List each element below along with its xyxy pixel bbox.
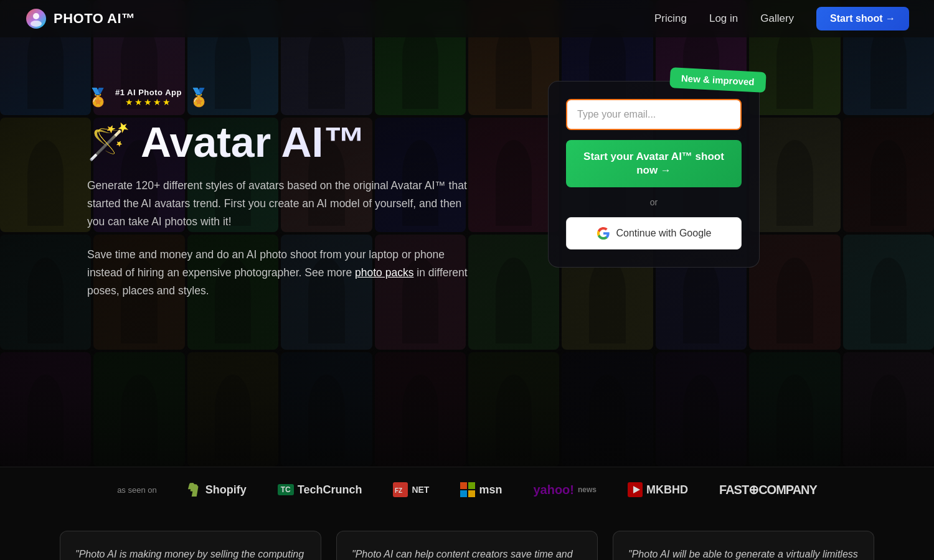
svg-rect-7 (460, 490, 467, 497)
nav-links: Pricing Log in Gallery Start shoot → (654, 7, 909, 30)
laurel-right: 🏅 (188, 87, 210, 108)
press-logo-techcrunch: TC TechCrunch (278, 483, 362, 497)
logo-icon (25, 7, 47, 30)
hero-left: 🏅 #1 AI Photo App ★★★★★ 🏅 🪄 Avatar AI™ G… (87, 75, 511, 300)
shopify-icon (188, 483, 202, 497)
testimonial-card-1: "Photo AI is making money by selling the… (60, 531, 321, 560)
pricing-link[interactable]: Pricing (654, 12, 687, 25)
login-link[interactable]: Log in (709, 12, 738, 25)
svg-rect-8 (468, 490, 475, 497)
press-logo-mkbhd: MKBHD (628, 482, 688, 497)
award-title: #1 AI Photo App (115, 88, 182, 97)
press-logo-fastcompany: FAST⊕COMPANY (719, 482, 817, 497)
google-button-label: Continue with Google (616, 228, 712, 239)
gallery-link[interactable]: Gallery (760, 12, 794, 25)
hero-content: 🏅 #1 AI Photo App ★★★★★ 🏅 🪄 Avatar AI™ G… (0, 37, 934, 467)
laurel-left: 🏅 (87, 87, 109, 108)
signup-card: Start your Avatar AI™ shoot now → or Con… (548, 81, 760, 268)
testimonial-card-3: "Photo AI will be able to generate a vir… (613, 531, 874, 560)
press-label: as seen on (117, 485, 157, 495)
google-icon (597, 226, 610, 240)
press-logo-fznet: FZ NET (393, 482, 429, 497)
svg-rect-5 (460, 482, 467, 489)
svg-point-2 (31, 21, 42, 27)
start-shoot-button[interactable]: Start shoot → (816, 7, 909, 30)
hero-section: 🏅 #1 AI Photo App ★★★★★ 🏅 🪄 Avatar AI™ G… (0, 0, 934, 467)
photo-packs-link[interactable]: photo packs (355, 266, 413, 279)
award-badge: 🏅 #1 AI Photo App ★★★★★ 🏅 (87, 87, 210, 108)
brand-name: Avatar AI™ (141, 120, 366, 164)
press-logo-msn: msn (460, 482, 502, 497)
email-input[interactable] (566, 99, 742, 130)
testimonial-text-2: "Photo AI can help content creators save… (352, 546, 582, 560)
press-logo-shopify: Shopify (188, 483, 247, 497)
press-logo-yahoo: yahoo! news (533, 483, 597, 497)
or-divider: or (566, 197, 742, 207)
testimonial-text-3: "Photo AI will be able to generate a vir… (628, 546, 859, 560)
hero-title: 🪄 Avatar AI™ (87, 120, 511, 164)
testimonial-card-2: "Photo AI can help content creators save… (336, 531, 598, 560)
navbar: PHOTO AI™ Pricing Log in Gallery Start s… (0, 0, 934, 37)
testimonial-text-1: "Photo AI is making money by selling the… (75, 546, 306, 560)
msn-icon (460, 482, 475, 497)
svg-rect-6 (468, 482, 475, 489)
fznet-icon: FZ (393, 482, 408, 497)
hero-description-2: Save time and money and do an AI photo s… (87, 246, 479, 300)
cta-button[interactable]: Start your Avatar AI™ shoot now → (566, 140, 742, 187)
press-logos: Shopify TC TechCrunch FZ NET msn yahoo! … (188, 482, 817, 497)
svg-point-1 (33, 13, 39, 19)
stars: ★★★★★ (115, 97, 182, 107)
award-text: #1 AI Photo App ★★★★★ (115, 88, 182, 107)
hero-description-1: Generate 120+ different styles of avatar… (87, 177, 479, 231)
logo-text: PHOTO AI™ (54, 11, 136, 27)
press-bar: as seen on Shopify TC TechCrunch FZ NET … (0, 467, 934, 512)
title-emoji: 🪄 (87, 124, 131, 161)
google-signin-button[interactable]: Continue with Google (566, 217, 742, 250)
testimonials-section: "Photo AI is making money by selling the… (0, 512, 934, 560)
mkbhd-icon (628, 482, 643, 497)
logo[interactable]: PHOTO AI™ (25, 7, 136, 30)
svg-text:FZ: FZ (395, 487, 402, 494)
hero-right: New & improved Start your Avatar AI™ sho… (548, 81, 760, 268)
